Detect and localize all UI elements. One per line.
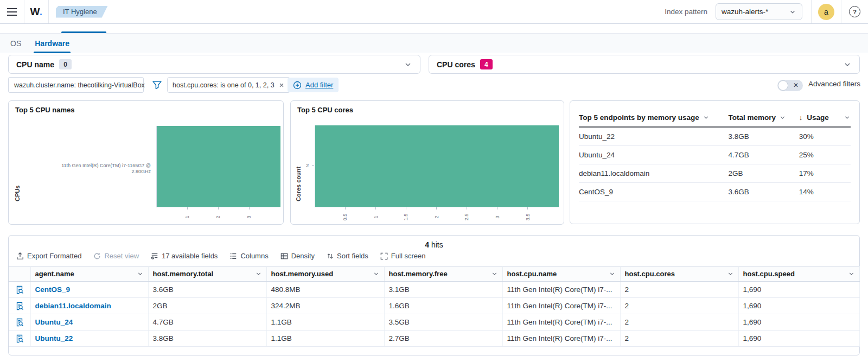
chevron-down-icon — [848, 270, 855, 277]
tab-os[interactable]: OS — [10, 39, 21, 48]
agent-name-link[interactable]: CentOS_9 — [35, 285, 71, 294]
chart-plot-area — [315, 125, 559, 207]
expand-row-button[interactable] — [9, 331, 30, 347]
chevron-down-icon — [373, 270, 380, 277]
add-filter-label: Add filter — [305, 81, 333, 89]
columns-icon — [229, 252, 237, 260]
close-icon[interactable] — [278, 82, 285, 88]
cell-host-memory-total: 3.8GB — [148, 331, 266, 347]
x-axis: 123 — [156, 207, 280, 226]
app-tab-it-hygiene[interactable]: IT Hygiene — [56, 6, 108, 18]
total-memory-cell: 3.8GB — [729, 127, 799, 146]
sort-icon — [327, 252, 334, 260]
circle-plus-icon — [293, 81, 302, 90]
advanced-filters-label: Advanced filters — [808, 80, 860, 88]
usage-col-header[interactable]: ↓ Usage — [799, 110, 851, 127]
results-toolbar: Export Formatted Reset view 17 available… — [16, 252, 425, 260]
cell-host-cpu-cores: 2 — [620, 331, 738, 347]
expand-row-button[interactable] — [9, 282, 30, 298]
cell-host-memory-used: 1.1GB — [266, 331, 384, 347]
agent-name-link[interactable]: Ubuntu_24 — [35, 318, 73, 326]
accordion-cpu-cores[interactable]: CPU cores 4 — [429, 55, 860, 74]
help-icon[interactable]: ? — [849, 6, 860, 17]
results-table-row: debian11.localdomain2GB324.2MB1.6GB11th … — [9, 298, 859, 314]
chevron-down-icon — [727, 270, 734, 277]
cluster-filter-text: wazuh.cluster.name: thecotilking-Virtual… — [14, 81, 145, 89]
endpoints-table-row: debian11.localdomain2GB17% — [579, 164, 851, 183]
x-axis: 0.511.522.533.5 — [315, 207, 558, 226]
agent-name-link[interactable]: debian11.localdomain — [35, 302, 111, 310]
app-tab-label: IT Hygiene — [63, 8, 97, 16]
full-screen-button[interactable]: Full screen — [380, 252, 426, 260]
chevron-down-icon — [404, 60, 412, 69]
wazuh-logo[interactable]: W. — [24, 6, 48, 18]
sort-fields-button[interactable]: Sort fields — [327, 252, 368, 260]
filter-funnel-icon[interactable] — [152, 80, 162, 90]
column-header-host-memory-used[interactable]: host.memory.used — [266, 266, 384, 282]
x-axis-tick: 3.5 — [522, 207, 533, 220]
chart-plot-area — [156, 126, 280, 207]
chart-title: Top 5 CPU cores — [297, 106, 353, 114]
fullscreen-icon — [380, 252, 388, 260]
sort-fields-label: Sort fields — [337, 252, 368, 260]
expand-row-button[interactable] — [9, 298, 30, 314]
endpoints-col-header[interactable]: Top 5 endpoints by memory usage — [579, 110, 729, 127]
results-table-row: CentOS_93.6GB480.8MB3.1GB11th Gen Intel(… — [9, 282, 859, 298]
total-memory-col-header[interactable]: Total memory — [729, 110, 799, 127]
menu-button[interactable] — [0, 0, 24, 23]
column-header-host-cpu-cores[interactable]: host.cpu.cores — [620, 266, 738, 282]
total-memory-cell: 4.7GB — [729, 146, 799, 164]
top-header-bar: W. IT Hygiene Index pattern wazuh-alerts… — [0, 0, 868, 24]
columns-button[interactable]: Columns — [229, 252, 268, 260]
column-header-host-memory-free[interactable]: host.memory.free — [384, 266, 502, 282]
expand-row-button[interactable] — [9, 314, 30, 331]
column-header-host-cpu-name[interactable]: host.cpu.name — [502, 266, 620, 282]
advanced-filters-toggle[interactable]: ✕ — [777, 80, 803, 91]
x-axis-tick: 1 — [370, 207, 381, 220]
endpoints-table-row: CentOS_93.6GB14% — [579, 183, 851, 201]
agent-name-link[interactable]: Ubuntu_22 — [35, 334, 73, 342]
cell-host-cpu-speed: 1,690 — [738, 314, 859, 331]
usage-cell: 14% — [799, 183, 851, 201]
reset-view-button[interactable]: Reset view — [93, 252, 139, 260]
endpoint-name-cell: Ubuntu_24 — [579, 146, 729, 164]
export-formatted-button[interactable]: Export Formatted — [16, 252, 81, 260]
tab-hardware[interactable]: Hardware — [35, 39, 69, 48]
cell-host-cpu-speed: 1,690 — [738, 298, 859, 314]
accordion-cpu-name[interactable]: CPU name 0 — [8, 55, 420, 74]
subnav-strip — [0, 24, 868, 34]
usage-cell: 25% — [799, 146, 851, 164]
cell-host-memory-free: 1.6GB — [384, 298, 502, 314]
logo-dot: . — [40, 6, 43, 17]
x-axis-tick: 1 — [182, 207, 193, 220]
inspect-document-icon — [15, 285, 24, 294]
results-table-row: Ubuntu_244.7GB1.1GB3.5GB11th Gen Intel(R… — [9, 314, 859, 331]
user-avatar[interactable]: a — [818, 4, 834, 20]
column-header-host-cpu-speed[interactable]: host.cpu.speed — [738, 266, 859, 282]
export-icon — [16, 252, 24, 260]
column-header-host-memory-total[interactable]: host.memory.total — [148, 266, 266, 282]
wazuh-it-hygiene-page: W. IT Hygiene Index pattern wazuh-alerts… — [0, 0, 868, 362]
cpu-names-bar[interactable] — [157, 126, 280, 207]
cell-host-memory-used: 480.8MB — [266, 282, 384, 298]
cpu-cores-bar[interactable] — [315, 125, 559, 207]
column-header-label: host.cpu.cores — [625, 270, 675, 278]
column-header-agent-name[interactable]: agent.name — [30, 266, 148, 282]
x-axis-tick: 3 — [244, 207, 254, 220]
hits-count: 4 hits — [9, 240, 859, 249]
hamburger-icon — [7, 8, 17, 16]
chevron-down-icon — [609, 270, 616, 277]
cluster-filter-box[interactable]: wazuh.cluster.name: thecotilking-Virtual… — [8, 77, 144, 93]
endpoints-table: Top 5 endpoints by memory usage Total me… — [579, 110, 851, 201]
density-button[interactable]: Density — [280, 252, 315, 260]
add-filter-button[interactable]: Add filter — [288, 78, 339, 92]
available-fields-button[interactable]: 17 available fields — [151, 252, 218, 260]
endpoints-header-label: Top 5 endpoints by memory usage — [579, 113, 699, 122]
chevron-down-icon — [137, 270, 144, 277]
column-header-label: host.memory.used — [271, 270, 334, 278]
toggle-off-x-icon: ✕ — [793, 81, 799, 90]
index-pattern-select[interactable]: wazuh-alerts-* — [716, 3, 802, 20]
agent-name-cell: CentOS_9 — [30, 282, 148, 298]
filter-pill-cpu-cores[interactable]: host.cpu.cores: is one of 0, 1, 2, 3 — [167, 77, 290, 93]
hits-number: 4 — [425, 240, 429, 249]
